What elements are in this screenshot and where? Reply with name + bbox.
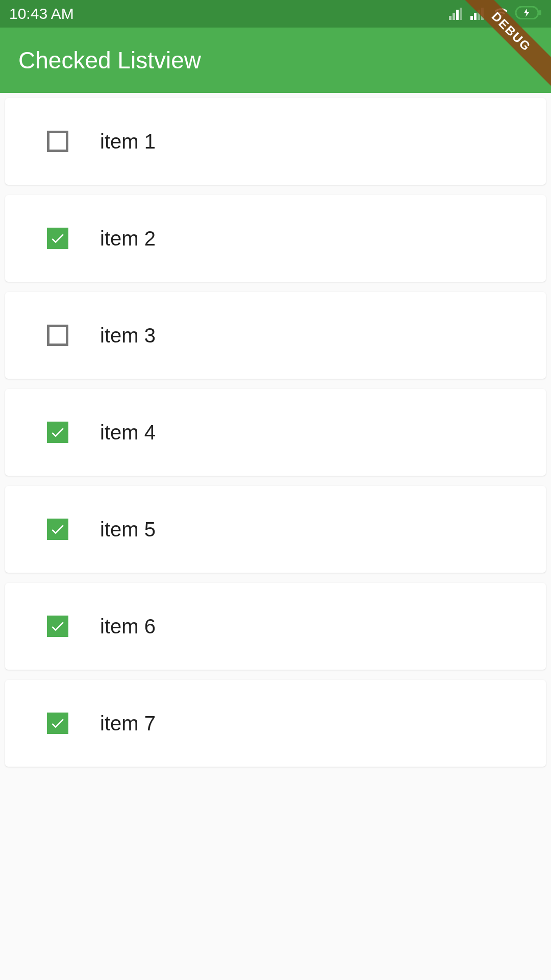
checkbox[interactable] xyxy=(47,616,68,637)
status-time: 10:43 AM xyxy=(9,5,74,22)
list-item[interactable]: item 4 xyxy=(5,389,546,476)
svg-rect-1 xyxy=(539,10,541,15)
checkbox[interactable] xyxy=(47,422,68,443)
wifi-icon xyxy=(492,6,510,22)
checkbox[interactable] xyxy=(47,713,68,734)
list-item-label: item 6 xyxy=(100,615,156,638)
list-item-label: item 2 xyxy=(100,227,156,250)
list-container: item 1 item 2 item 3 item 4 item 5 item … xyxy=(0,93,551,767)
list-item-label: item 5 xyxy=(100,518,156,541)
list-item-label: item 3 xyxy=(100,324,156,347)
list-item-label: item 1 xyxy=(100,130,156,153)
checkbox[interactable] xyxy=(47,519,68,540)
signal-icon xyxy=(470,8,487,20)
list-item-label: item 4 xyxy=(100,421,156,444)
list-item[interactable]: item 7 xyxy=(5,680,546,767)
signal-icon xyxy=(449,8,465,20)
status-bar: 10:43 AM xyxy=(0,0,551,28)
list-item[interactable]: item 3 xyxy=(5,292,546,379)
checkbox[interactable] xyxy=(47,325,68,346)
status-icons xyxy=(449,6,542,22)
battery-charging-icon xyxy=(515,6,542,21)
list-item[interactable]: item 1 xyxy=(5,98,546,185)
list-item[interactable]: item 2 xyxy=(5,195,546,282)
list-item[interactable]: item 6 xyxy=(5,583,546,670)
list-item-label: item 7 xyxy=(100,712,156,735)
page-title: Checked Listview xyxy=(18,46,201,74)
list-item[interactable]: item 5 xyxy=(5,486,546,573)
app-bar: Checked Listview xyxy=(0,28,551,93)
checkbox[interactable] xyxy=(47,228,68,249)
checkbox[interactable] xyxy=(47,131,68,152)
